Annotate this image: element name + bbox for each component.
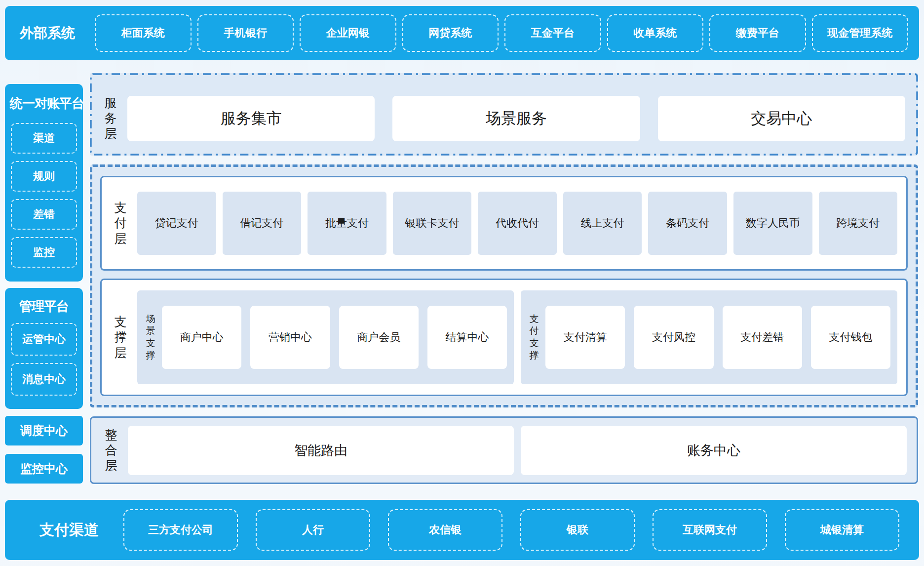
- service-item: 场景服务: [392, 96, 640, 141]
- integration-layer-label: 整合层: [101, 427, 121, 474]
- external-systems-band: 外部系统 柜面系统 手机银行 企业网银 网贷系统 互金平台 收单系统 缴费平台 …: [5, 6, 919, 60]
- payment-support-item: 支付钱包: [811, 306, 890, 369]
- payment-item: 条码支付: [648, 192, 727, 255]
- external-system-item: 互金平台: [504, 14, 601, 52]
- payment-item: 借记支付: [223, 192, 302, 255]
- management-platform-card: 管理平台 运管中心 消息中心: [5, 288, 83, 409]
- service-layer-label: 服务层: [101, 95, 120, 142]
- scene-support-item: 营销中心: [250, 306, 330, 369]
- payment-channel-item: 互联网支付: [653, 509, 767, 551]
- external-system-item: 企业网银: [300, 14, 396, 52]
- scene-support-item: 结算中心: [427, 306, 507, 369]
- external-systems-items: 柜面系统 手机银行 企业网银 网贷系统 互金平台 收单系统 缴费平台 现金管理系…: [95, 14, 908, 52]
- payment-channel-item: 三方支付公司: [123, 509, 238, 551]
- payment-channel-item: 城银清算: [785, 509, 899, 551]
- management-platform-title: 管理平台: [10, 298, 78, 315]
- payment-support-group: 支付支撑 支付清算 支付风控 支付差错 支付钱包: [521, 290, 897, 384]
- support-layer: 支撑层 场景支撑 商户中心 营销中心 商户会员 结算中心 支付支撑 支付清算: [100, 279, 908, 396]
- payment-item: 跨境支付: [819, 192, 898, 255]
- integration-layer: 整合层 智能路由 账务中心: [90, 416, 918, 484]
- external-system-item: 现金管理系统: [812, 14, 909, 52]
- payment-layer-label: 支付层: [111, 200, 130, 246]
- reconciliation-item: 规则: [11, 161, 77, 192]
- payment-layer: 支付层 贷记支付 借记支付 批量支付 银联卡支付 代收代付 线上支付 条码支付 …: [100, 176, 908, 271]
- integration-layer-items: 智能路由 账务中心: [128, 426, 907, 475]
- payment-channels-band: 支付渠道 三方支付公司 人行 农信银 银联 互联网支付 城银清算: [5, 500, 919, 560]
- scene-support-item: 商户中心: [162, 306, 241, 369]
- external-system-item: 手机银行: [197, 14, 294, 52]
- scene-support-label: 场景支撑: [144, 313, 157, 362]
- reconciliation-item: 渠道: [11, 123, 77, 154]
- reconciliation-platform-title: 统一对账平台: [10, 95, 78, 112]
- payment-item: 线上支付: [563, 192, 642, 255]
- payment-support-items: 支付清算 支付风控 支付差错 支付钱包: [545, 306, 890, 369]
- external-systems-title: 外部系统: [20, 24, 89, 42]
- support-layer-groups: 场景支撑 商户中心 营销中心 商户会员 结算中心 支付支撑 支付清算 支付风控 …: [137, 290, 897, 384]
- management-item: 消息中心: [11, 363, 77, 396]
- core-layers-container: 支付层 贷记支付 借记支付 批量支付 银联卡支付 代收代付 线上支付 条码支付 …: [90, 164, 918, 407]
- payment-support-item: 支付风控: [634, 306, 713, 369]
- scene-support-group: 场景支撑 商户中心 营销中心 商户会员 结算中心: [137, 290, 514, 384]
- integration-item: 智能路由: [128, 426, 514, 475]
- integration-item: 账务中心: [521, 426, 907, 475]
- payment-channel-item: 银联: [520, 509, 635, 551]
- scene-support-items: 商户中心 营销中心 商户会员 结算中心: [162, 306, 507, 369]
- payment-support-label: 支付支撑: [528, 313, 540, 362]
- payment-channels-items: 三方支付公司 人行 农信银 银联 互联网支付 城银清算: [123, 509, 899, 551]
- payment-layer-items: 贷记支付 借记支付 批量支付 银联卡支付 代收代付 线上支付 条码支付 数字人民…: [137, 192, 897, 255]
- payment-channel-item: 人行: [256, 509, 370, 551]
- external-system-item: 缴费平台: [709, 14, 806, 52]
- payment-channel-item: 农信银: [388, 509, 502, 551]
- scene-support-item: 商户会员: [339, 306, 419, 369]
- payment-item: 贷记支付: [137, 192, 216, 255]
- reconciliation-item: 差错: [11, 199, 77, 230]
- external-system-item: 网贷系统: [402, 14, 499, 52]
- dispatch-center-box: 调度中心: [5, 416, 83, 445]
- architecture-diagram: { "colors": { "accent_blue": "#17a7e8", …: [0, 0, 924, 566]
- external-system-item: 柜面系统: [95, 14, 192, 52]
- service-layer: 服务层 服务集市 场景服务 交易中心: [90, 73, 918, 156]
- support-layer-label: 支撑层: [111, 314, 130, 361]
- payment-item: 银联卡支付: [393, 192, 472, 255]
- payment-item: 数字人民币: [733, 192, 812, 255]
- service-layer-items: 服务集市 场景服务 交易中心: [127, 96, 905, 141]
- external-system-item: 收单系统: [607, 14, 704, 52]
- monitor-center-box: 监控中心: [5, 454, 83, 484]
- payment-channels-title: 支付渠道: [20, 520, 118, 540]
- payment-item: 代收代付: [478, 192, 557, 255]
- reconciliation-platform-card: 统一对账平台 渠道 规则 差错 监控: [5, 84, 83, 282]
- payment-support-item: 支付清算: [545, 306, 625, 369]
- management-item: 运管中心: [11, 323, 77, 356]
- payment-item: 批量支付: [308, 192, 386, 255]
- left-sidebar: 统一对账平台 渠道 规则 差错 监控 管理平台 运管中心 消息中心 调度中心 监…: [5, 84, 83, 484]
- payment-support-item: 支付差错: [723, 306, 802, 369]
- reconciliation-item: 监控: [11, 237, 77, 268]
- service-item: 交易中心: [658, 96, 905, 141]
- service-item: 服务集市: [127, 96, 375, 141]
